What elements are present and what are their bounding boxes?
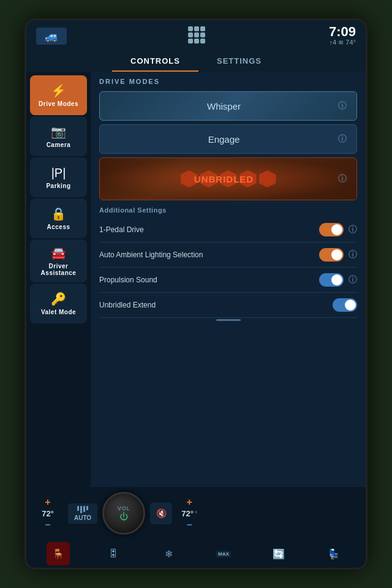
sidebar-item-camera[interactable]: 📷 Camera xyxy=(30,116,87,156)
grid-dot xyxy=(188,32,193,37)
valet-mode-icon: 🔑 xyxy=(51,292,66,306)
clock: 7:09 xyxy=(329,25,356,39)
propulsion-sound-toggle[interactable] xyxy=(319,273,344,287)
engage-info-icon[interactable]: ⓘ xyxy=(338,134,347,145)
tab-settings[interactable]: SETTINGS xyxy=(198,51,280,72)
fan-icon: ❄ xyxy=(165,548,173,560)
unbridled-label: Unbridled xyxy=(110,174,338,184)
grid-dot xyxy=(194,26,199,31)
sidebar-item-parking[interactable]: |P| Parking xyxy=(30,157,87,197)
ambient-lighting-info-icon[interactable]: ⓘ xyxy=(349,249,357,260)
sidebar-label-valet-mode: Valet Mode xyxy=(41,309,76,315)
left-temp-display: 72° xyxy=(42,509,54,518)
left-temp-plus[interactable]: + xyxy=(45,497,50,508)
one-pedal-toggle[interactable] xyxy=(319,223,344,236)
auto-line-2 xyxy=(80,506,82,513)
sidebar-label-drive-modes: Drive Modes xyxy=(39,100,78,107)
drive-modes-section-title: DRIVE MODES xyxy=(99,78,357,85)
bottom-row-2: 🪑 🎛 ❄ MAX 🔄 💺 xyxy=(26,540,366,568)
max-button[interactable]: MAX xyxy=(212,542,235,565)
top-bar-left: 🚙 xyxy=(36,28,67,45)
grid-dot xyxy=(200,39,205,43)
tab-bar: CONTROLS SETTINGS xyxy=(26,51,366,72)
propulsion-sound-info-icon[interactable]: ⓘ xyxy=(349,274,357,285)
access-icon: 🔒 xyxy=(51,206,66,221)
fan-button[interactable]: ❄ xyxy=(157,542,180,565)
seat-ventilation-button[interactable]: 💺 xyxy=(322,542,345,565)
sidebar-label-camera: Camera xyxy=(47,141,71,148)
unbridled-extend-toggle[interactable] xyxy=(333,298,357,312)
bottom-bar: + 72° − AUTO VOL ⏻ 🔇 + 72° ° xyxy=(26,487,366,540)
steering-icon: 🎛 xyxy=(108,548,118,559)
propulsion-sound-label: Propulsion Sound xyxy=(99,276,157,284)
sidebar-item-driver-assistance[interactable]: 🚘 Driver Assistance xyxy=(30,239,87,282)
drive-mode-unbridled[interactable]: Unbridled ⓘ xyxy=(99,157,357,200)
steering-heat-button[interactable]: 🎛 xyxy=(102,542,125,565)
grid-dot xyxy=(200,26,205,31)
ambient-lighting-toggle[interactable] xyxy=(319,248,344,262)
mute-button[interactable]: 🔇 xyxy=(150,502,172,524)
ambient-lighting-label: Auto Ambient Lighting Selection xyxy=(99,251,203,259)
additional-settings-title: Additional Settings xyxy=(99,206,357,214)
right-temp-plus[interactable]: + xyxy=(186,497,192,508)
right-temp-control: + 72° ° − xyxy=(177,497,202,530)
one-pedal-info-icon[interactable]: ⓘ xyxy=(349,224,357,235)
ambient-lighting-knob xyxy=(331,249,342,260)
volume-knob[interactable]: VOL ⏻ xyxy=(102,492,145,535)
right-temp-display: 72° xyxy=(181,509,194,518)
seat-icon: 🪑 xyxy=(52,548,64,560)
auto-label-text: AUTO xyxy=(74,514,91,521)
whisper-label: Whisper xyxy=(110,101,338,111)
unbridled-info-icon[interactable]: ⓘ xyxy=(338,173,347,184)
seat-heat-button[interactable]: 🪑 xyxy=(47,542,70,565)
vol-label: VOL xyxy=(118,505,130,511)
auto-control[interactable]: AUTO xyxy=(68,503,97,524)
parking-icon: |P| xyxy=(51,166,66,180)
driver-assistance-icon: 🚘 xyxy=(51,246,66,260)
engage-label: Engage xyxy=(110,134,338,145)
drive-mode-engage[interactable]: Engage ⓘ xyxy=(99,124,357,154)
tab-controls[interactable]: CONTROLS xyxy=(112,51,198,72)
recirculate-icon: 🔄 xyxy=(273,548,285,560)
top-bar-right: 7:09 ↑4 ≋ 74° xyxy=(329,25,356,47)
sidebar-label-parking: Parking xyxy=(46,183,70,189)
seat-vent-icon: 💺 xyxy=(328,548,340,560)
right-panel: DRIVE MODES Whisper ⓘ Engage ⓘ xyxy=(91,72,366,487)
setting-propulsion-sound: Propulsion Sound ⓘ xyxy=(99,268,357,293)
auto-lines xyxy=(77,506,88,513)
auto-line-4 xyxy=(86,506,88,510)
sidebar-label-access: Access xyxy=(47,224,70,230)
recirculate-button[interactable]: 🔄 xyxy=(267,542,290,565)
right-temp-minus[interactable]: − xyxy=(186,519,192,530)
sidebar-item-drive-modes[interactable]: ⚡ Drive Modes xyxy=(30,75,87,115)
scroll-indicator xyxy=(216,319,241,321)
status-icons: ↑4 ≋ 74° xyxy=(330,39,356,47)
sidebar-item-access[interactable]: 🔒 Access xyxy=(30,198,87,238)
grid-dot xyxy=(194,32,199,37)
unbridled-extend-label: Unbridled Extend xyxy=(99,301,156,309)
propulsion-sound-knob xyxy=(331,274,342,285)
auto-line-1 xyxy=(77,506,79,511)
sidebar-label-driver-assistance: Driver Assistance xyxy=(32,263,85,276)
grid-dot xyxy=(188,39,193,43)
auto-line-3 xyxy=(83,506,85,512)
grid-menu-icon[interactable] xyxy=(188,26,208,46)
drive-modes-icon: ⚡ xyxy=(51,83,66,98)
tablet-screen: 🚙 7:09 ↑4 ≋ 74° CONTROLS SETTINGS xyxy=(24,18,368,570)
grid-dot xyxy=(188,26,193,31)
propulsion-sound-controls: ⓘ xyxy=(319,273,357,287)
top-bar-center[interactable] xyxy=(188,26,208,46)
main-content: ⚡ Drive Modes 📷 Camera |P| Parking 🔒 Acc… xyxy=(26,72,366,487)
left-temp-minus[interactable]: − xyxy=(45,519,50,530)
setting-ambient-lighting: Auto Ambient Lighting Selection ⓘ xyxy=(99,243,357,268)
ambient-lighting-controls: ⓘ xyxy=(319,248,357,262)
whisper-info-icon[interactable]: ⓘ xyxy=(338,100,347,111)
one-pedal-controls: ⓘ xyxy=(319,223,357,236)
one-pedal-knob xyxy=(331,224,342,235)
max-label: MAX xyxy=(216,551,231,557)
sidebar-item-valet-mode[interactable]: 🔑 Valet Mode xyxy=(30,284,87,323)
sidebar: ⚡ Drive Modes 📷 Camera |P| Parking 🔒 Acc… xyxy=(26,72,91,487)
grid-dot xyxy=(194,39,199,43)
drive-mode-whisper[interactable]: Whisper ⓘ xyxy=(99,91,357,121)
camera-icon: 📷 xyxy=(51,124,66,139)
